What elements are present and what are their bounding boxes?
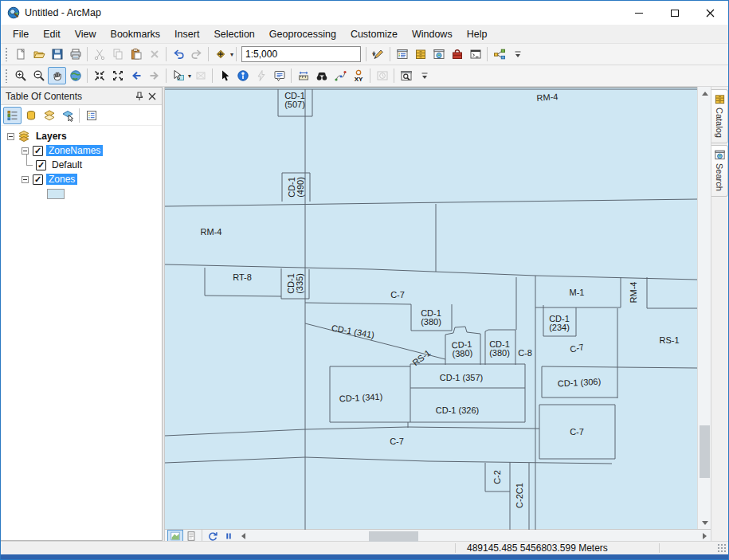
pan-button[interactable] bbox=[48, 67, 66, 84]
menu-bookmarks[interactable]: Bookmarks bbox=[104, 26, 168, 42]
full-extent-button[interactable] bbox=[66, 67, 84, 84]
select-elements-icon bbox=[218, 69, 231, 82]
add-data-button[interactable] bbox=[211, 45, 229, 63]
menu-help[interactable]: Help bbox=[460, 26, 495, 42]
map-scale-combo[interactable]: ▾ bbox=[241, 46, 361, 62]
close-button[interactable] bbox=[692, 1, 728, 25]
search-tab[interactable]: Search bbox=[711, 145, 728, 197]
zone-label: RM-4 bbox=[536, 92, 559, 103]
minimize-button[interactable] bbox=[621, 1, 656, 25]
menu-selection[interactable]: Selection bbox=[206, 26, 261, 42]
toc-window-button[interactable] bbox=[393, 45, 411, 63]
toolbar-more-button[interactable] bbox=[508, 45, 527, 63]
list-drawing-order-button[interactable] bbox=[3, 107, 22, 124]
resize-grip[interactable] bbox=[717, 543, 727, 553]
cut-button[interactable] bbox=[90, 45, 108, 63]
toc-title: Table Of Contents bbox=[6, 91, 133, 102]
zoom-out-button[interactable] bbox=[29, 67, 48, 84]
separator bbox=[87, 47, 88, 61]
zone-label: C-2C1 bbox=[515, 483, 524, 508]
redo-button[interactable] bbox=[187, 45, 206, 63]
find-route-button[interactable] bbox=[331, 67, 349, 84]
maximize-button[interactable] bbox=[656, 1, 692, 25]
zones-label[interactable]: Zones bbox=[46, 174, 77, 185]
undo-button[interactable] bbox=[169, 45, 187, 63]
add-data-dropdown-icon[interactable]: ▾ bbox=[230, 51, 233, 58]
select-features-button[interactable] bbox=[169, 67, 187, 84]
arctoolbox-button[interactable] bbox=[448, 45, 466, 63]
copy-button[interactable] bbox=[108, 45, 127, 63]
vertical-scroll-thumb[interactable] bbox=[700, 425, 710, 478]
open-folder-button[interactable] bbox=[29, 45, 48, 63]
zone-label: C-7 bbox=[570, 427, 584, 437]
scroll-up-button[interactable] bbox=[698, 87, 711, 100]
list-visibility-button[interactable] bbox=[40, 107, 58, 124]
identify-button[interactable] bbox=[233, 67, 252, 84]
fixed-zoom-out-button[interactable] bbox=[108, 67, 127, 84]
search-window-button[interactable] bbox=[429, 45, 448, 63]
forward-button[interactable] bbox=[145, 67, 163, 84]
menu-edit[interactable]: Edit bbox=[36, 26, 68, 42]
delete-icon bbox=[148, 48, 161, 61]
menu-insert[interactable]: Insert bbox=[167, 26, 206, 42]
tree-item-zonenames[interactable]: ✓ ZoneNames bbox=[1, 143, 162, 158]
delete-button[interactable] bbox=[145, 45, 163, 63]
map-vertical-scrollbar[interactable] bbox=[697, 87, 711, 529]
tree-item-default[interactable]: ✓ Default bbox=[1, 158, 162, 172]
menu-file[interactable]: File bbox=[6, 26, 36, 42]
catalog-tab[interactable]: Catalog bbox=[711, 89, 728, 143]
toc-close-button[interactable] bbox=[146, 90, 159, 103]
html-popup-icon bbox=[273, 69, 286, 82]
map-canvas[interactable]: RM-4CD-1(507)CD-1(490)RM-4RT-8CD-1(335)C… bbox=[165, 87, 697, 529]
select-elements-button[interactable] bbox=[215, 67, 233, 84]
print-icon bbox=[69, 48, 82, 61]
html-popup-button[interactable] bbox=[270, 67, 288, 84]
clear-selection-button[interactable] bbox=[191, 67, 210, 84]
tree-item-layers[interactable]: Layers bbox=[1, 129, 162, 143]
viewer-window-button[interactable] bbox=[397, 67, 415, 84]
list-visibility-icon bbox=[43, 109, 56, 122]
toc-pin-button[interactable] bbox=[133, 90, 146, 103]
default-checkbox[interactable]: ✓ bbox=[36, 160, 46, 170]
collapse-icon[interactable] bbox=[22, 147, 29, 155]
zone-label: CD-1(507) bbox=[284, 91, 305, 109]
python-window-button[interactable] bbox=[466, 45, 484, 63]
toolbar-grip[interactable] bbox=[5, 47, 9, 61]
time-slider-button[interactable] bbox=[373, 67, 391, 84]
scroll-down-button[interactable] bbox=[698, 516, 711, 529]
collapse-icon[interactable] bbox=[7, 133, 14, 140]
zonenames-checkbox[interactable]: ✓ bbox=[33, 146, 43, 156]
zone-label: RS-1 bbox=[659, 335, 679, 345]
tree-item-zones[interactable]: ✓ Zones bbox=[1, 172, 162, 186]
zoom-in-button[interactable] bbox=[11, 67, 29, 84]
find-button[interactable] bbox=[312, 67, 331, 84]
menu-geoprocessing[interactable]: Geoprocessing bbox=[262, 26, 343, 42]
back-button[interactable] bbox=[127, 67, 145, 84]
toolbar-grip[interactable] bbox=[5, 69, 9, 83]
menu-view[interactable]: View bbox=[68, 26, 104, 42]
hyperlink-button[interactable] bbox=[252, 67, 270, 84]
zones-checkbox[interactable]: ✓ bbox=[33, 174, 43, 185]
horizontal-scroll-thumb[interactable] bbox=[369, 531, 418, 542]
list-selection-button[interactable] bbox=[58, 107, 76, 124]
modelbuilder-button[interactable] bbox=[490, 45, 508, 63]
arrow-right-icon bbox=[703, 533, 707, 539]
go-to-xy-button[interactable]: XY bbox=[349, 67, 367, 84]
save-button[interactable] bbox=[48, 45, 66, 63]
collapse-icon[interactable] bbox=[22, 176, 29, 183]
map-scale-input[interactable] bbox=[242, 49, 372, 60]
toolbar-more-button[interactable] bbox=[415, 67, 433, 84]
menu-customize[interactable]: Customize bbox=[343, 26, 405, 42]
paste-button[interactable] bbox=[127, 45, 145, 63]
fixed-zoom-in-button[interactable] bbox=[90, 67, 108, 84]
catalog-window-button[interactable] bbox=[411, 45, 429, 63]
toc-options-button[interactable] bbox=[82, 107, 100, 124]
map-horizontal-scrollbar[interactable] bbox=[249, 530, 698, 543]
new-document-button[interactable] bbox=[11, 45, 29, 63]
zonenames-label[interactable]: ZoneNames bbox=[46, 145, 103, 156]
menu-windows[interactable]: Windows bbox=[405, 26, 460, 42]
measure-button[interactable] bbox=[294, 67, 312, 84]
editor-pencil-button[interactable] bbox=[369, 45, 387, 63]
list-source-button[interactable] bbox=[22, 107, 40, 124]
print-button[interactable] bbox=[66, 45, 84, 63]
